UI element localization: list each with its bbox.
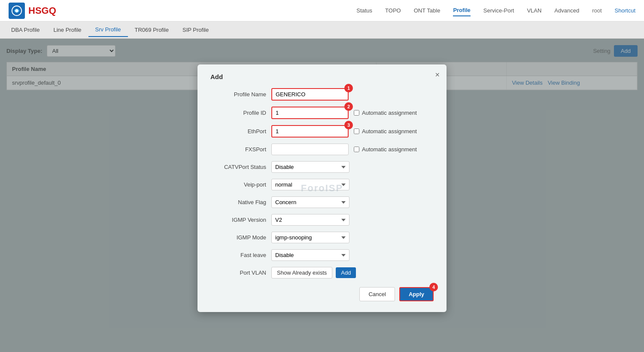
profile-id-input[interactable] <box>271 107 349 119</box>
svg-point-1 <box>15 9 18 12</box>
top-navigation: HSGQ Status TOPO ONT Table Profile Servi… <box>0 0 644 21</box>
veip-label: Veip-port <box>210 181 266 188</box>
tab-sip-profile[interactable]: SIP Profile <box>176 23 216 37</box>
igmp-version-label: IGMP Version <box>210 217 266 223</box>
native-flag-label: Native Flag <box>210 199 266 205</box>
logo-text: HSGQ <box>28 5 56 16</box>
nav-links: Status TOPO ONT Table Profile Service-Po… <box>356 5 635 16</box>
nav-advanced[interactable]: Advanced <box>554 5 579 16</box>
profile-id-auto-label: Automatic assignment <box>354 110 417 116</box>
ethport-auto-checkbox[interactable] <box>354 129 359 134</box>
profile-name-wrapper: 1 <box>271 88 349 101</box>
form-row-igmp-version: IGMP Version V2 V3 <box>210 214 434 226</box>
logo-area: HSGQ <box>9 3 56 19</box>
apply-badge: 4 <box>429 283 438 291</box>
form-row-profile-name: Profile Name 1 <box>210 88 434 101</box>
profile-id-badge: 2 <box>344 102 353 111</box>
form-row-igmp-mode: IGMP Mode igmp-snooping igmp-proxy <box>210 232 434 243</box>
profile-id-label: Profile ID <box>210 110 266 116</box>
form-row-port-vlan: Port VLAN Show Already exists Add <box>210 267 434 279</box>
cancel-button[interactable]: Cancel <box>359 287 395 301</box>
nav-ont-table[interactable]: ONT Table <box>414 5 440 16</box>
form-row-veip: Veip-port normal advanced <box>210 179 434 190</box>
nav-service-port[interactable]: Service-Port <box>483 5 514 16</box>
catvport-label: CATVPort Status <box>210 164 266 170</box>
nav-status[interactable]: Status <box>356 5 372 16</box>
igmp-mode-label: IGMP Mode <box>210 234 266 241</box>
fxsport-auto-checkbox[interactable] <box>354 147 359 152</box>
form-row-fast-leave: Fast leave Disable Enable <box>210 249 434 261</box>
profile-id-auto-checkbox[interactable] <box>354 110 359 116</box>
sub-tabs: DBA Profile Line Profile Srv Profile TR0… <box>0 21 644 39</box>
fast-leave-select[interactable]: Disable Enable <box>271 249 349 261</box>
native-flag-select[interactable]: Concern No Concern <box>271 196 349 208</box>
ethport-input[interactable] <box>271 125 349 138</box>
profile-name-input[interactable] <box>271 88 349 101</box>
tab-tr069-profile[interactable]: TR069 Profile <box>128 23 176 37</box>
catvport-select[interactable]: Disable Enable <box>271 161 349 173</box>
nav-vlan[interactable]: VLAN <box>527 5 541 16</box>
profile-name-badge: 1 <box>344 84 353 92</box>
form-row-catvport: CATVPort Status Disable Enable <box>210 161 434 173</box>
tab-dba-profile[interactable]: DBA Profile <box>4 23 46 37</box>
igmp-version-select[interactable]: V2 V3 <box>271 214 349 226</box>
form-row-native-flag: Native Flag Concern No Concern <box>210 196 434 208</box>
nav-profile[interactable]: Profile <box>453 5 470 16</box>
ethport-wrapper: 3 <box>271 125 349 138</box>
igmp-mode-select[interactable]: igmp-snooping igmp-proxy <box>271 232 349 243</box>
profile-id-wrapper: 2 <box>271 107 349 119</box>
fxsport-label: FXSPort <box>210 146 266 153</box>
profile-name-label: Profile Name <box>210 91 266 98</box>
apply-button-wrapper: Apply 4 <box>399 287 434 301</box>
ethport-badge: 3 <box>344 121 353 129</box>
form-row-fxsport: FXSPort Automatic assignment <box>210 144 434 155</box>
dialog-title: Add <box>210 73 434 80</box>
main-content: Display Type: All Setting Add Profile Na… <box>0 39 644 352</box>
dialog-footer: Cancel Apply 4 <box>210 287 434 301</box>
apply-button[interactable]: Apply <box>399 287 434 301</box>
nav-root[interactable]: root <box>592 5 601 16</box>
dialog-close-button[interactable]: × <box>435 70 440 80</box>
tab-line-profile[interactable]: Line Profile <box>46 23 88 37</box>
port-vlan-add-button[interactable]: Add <box>336 267 356 278</box>
modal-overlay: Add × ForoISP Profile Name 1 Profile ID … <box>0 39 644 352</box>
form-row-ethport: EthPort 3 Automatic assignment <box>210 125 434 138</box>
veip-select[interactable]: normal advanced <box>271 179 349 190</box>
tab-srv-profile[interactable]: Srv Profile <box>88 23 128 37</box>
nav-shortcut[interactable]: Shortcut <box>615 5 635 16</box>
add-dialog: Add × ForoISP Profile Name 1 Profile ID … <box>197 64 447 312</box>
ethport-auto-label: Automatic assignment <box>354 128 417 135</box>
fxsport-input[interactable] <box>271 144 349 155</box>
form-row-profile-id: Profile ID 2 Automatic assignment <box>210 107 434 119</box>
port-vlan-label: Port VLAN <box>210 269 266 276</box>
fast-leave-label: Fast leave <box>210 252 266 258</box>
port-vlan-show-button[interactable]: Show Already exists <box>271 267 332 279</box>
logo-icon <box>9 3 25 19</box>
fxsport-auto-label: Automatic assignment <box>354 146 417 153</box>
nav-topo[interactable]: TOPO <box>385 5 401 16</box>
ethport-label: EthPort <box>210 128 266 135</box>
